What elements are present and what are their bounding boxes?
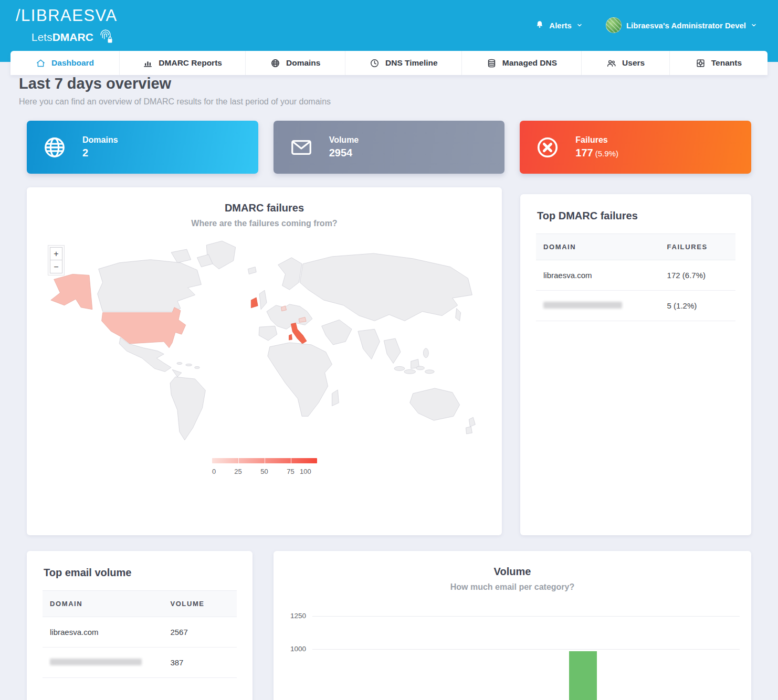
redacted-domain (543, 302, 622, 309)
logo-lets: Lets (31, 31, 52, 43)
stat-value: 2 (82, 147, 118, 159)
stat-value: 2954 (329, 147, 359, 159)
domain-cell-redacted (43, 648, 163, 678)
avatar (606, 17, 622, 33)
tab-domains[interactable]: Domains (245, 51, 345, 75)
tab-label: Domains (286, 58, 320, 68)
volume-chart-card: Volume How much email per category? 1250… (274, 551, 751, 700)
brand-logo: /LIBRAESVA LetsDMARC (16, 6, 118, 48)
bar-chart-icon (143, 58, 153, 68)
failures-cell: 172 (6.7%) (660, 260, 735, 291)
stat-label: Volume (329, 135, 359, 145)
chevron-down-icon (751, 22, 757, 28)
stat-card-domains[interactable]: Domains 2 (27, 121, 258, 174)
domain-cell: libraesva.com (43, 617, 163, 648)
top-email-volume-card: Top email volume DOMAIN VOLUME libraesva… (27, 551, 253, 700)
failures-cell: 5 (1.2%) (660, 291, 735, 321)
globe-icon (27, 135, 82, 160)
legend-gradient (212, 458, 317, 463)
redacted-domain (50, 659, 142, 665)
main-content: Last 7 days overview Here you can find a… (0, 75, 778, 700)
top-failures-table: DOMAIN FAILURES libraesva.com 172 (6.7%)… (536, 234, 735, 321)
tab-label: Managed DNS (502, 58, 557, 68)
top-volume-table: DOMAIN VOLUME libraesva.com 2567 387 (43, 590, 237, 678)
tab-label: Tenants (711, 58, 742, 68)
user-menu[interactable]: Libraesva's Administrator Devel (606, 17, 757, 33)
tab-dashboard[interactable]: Dashboard (10, 51, 119, 75)
gridline (312, 649, 740, 650)
column-header-domain: DOMAIN (43, 591, 163, 617)
fingerprint-icon (97, 26, 114, 48)
volume-bar[interactable] (569, 651, 597, 700)
tab-label: DMARC Reports (159, 58, 222, 68)
stat-label: Domains (82, 135, 118, 145)
map-zoom-controls: + − (48, 245, 65, 275)
top-volume-title: Top email volume (27, 551, 253, 590)
y-axis-tick: 1000 (276, 645, 306, 653)
tab-managed-dns[interactable]: Managed DNS (461, 51, 581, 75)
stat-value: 177(5.9%) (575, 147, 618, 159)
zoom-out-button[interactable]: − (50, 260, 62, 273)
table-row: 387 (43, 648, 237, 678)
table-row: 5 (1.2%) (536, 291, 735, 321)
clock-icon (370, 58, 380, 68)
zoom-in-button[interactable]: + (50, 247, 62, 260)
map-container: + − (27, 236, 502, 461)
alerts-menu[interactable]: Alerts (535, 20, 583, 31)
tab-label: Dashboard (51, 58, 94, 68)
alerts-label: Alerts (549, 21, 572, 30)
page-subtitle: Here you can find an overview of DMARC r… (19, 97, 759, 107)
volume-chart-subtitle: How much email per category? (274, 582, 751, 592)
table-row: libraesva.com 2567 (43, 617, 237, 648)
column-header-volume: VOLUME (163, 591, 237, 617)
table-row: libraesva.com 172 (6.7%) (536, 260, 735, 291)
stat-percent: (5.9%) (595, 149, 618, 158)
users-icon (606, 58, 616, 68)
logo-dmarc: DMARC (52, 31, 93, 43)
libraesva-logo-text: /LIBRAESVA (16, 6, 118, 25)
stats-row: Domains 2 Volume 2954 Failures 177(5.9%) (27, 121, 751, 174)
y-axis-tick: 1250 (276, 612, 306, 620)
globe-icon (270, 58, 280, 68)
tab-tenants[interactable]: Tenants (669, 51, 768, 75)
top-failures-title: Top DMARC failures (520, 194, 751, 234)
tab-label: DNS Timeline (385, 58, 438, 68)
map-card-title: DMARC failures (27, 187, 502, 214)
tab-label: Users (622, 58, 645, 68)
gridline (312, 616, 740, 617)
home-icon (36, 58, 46, 68)
map-legend: 0 25 50 75 100 (212, 458, 317, 477)
tab-dmarc-reports[interactable]: DMARC Reports (119, 51, 245, 75)
domain-cell: libraesva.com (536, 260, 660, 291)
map-card-subtitle: Where are the failures coming from? (27, 219, 502, 228)
stat-label: Failures (575, 135, 618, 145)
page-title: Last 7 days overview (19, 75, 759, 92)
chevron-down-icon (576, 22, 583, 28)
volume-cell: 387 (163, 648, 237, 678)
column-header-domain: DOMAIN (536, 234, 660, 260)
world-map[interactable] (41, 236, 488, 446)
main-nav: Dashboard DMARC Reports Domains DNS Time… (10, 51, 768, 75)
volume-cell: 2567 (163, 617, 237, 648)
database-icon (487, 58, 497, 68)
envelope-icon (274, 135, 329, 160)
column-header-failures: FAILURES (660, 234, 735, 260)
domain-cell-redacted (536, 291, 660, 321)
tab-dns-timeline[interactable]: DNS Timeline (345, 51, 461, 75)
top-dmarc-failures-card: Top DMARC failures DOMAIN FAILURES libra… (520, 194, 751, 535)
x-circle-icon (520, 135, 575, 160)
user-name: Libraesva's Administrator Devel (626, 21, 746, 30)
stat-card-volume[interactable]: Volume 2954 (274, 121, 505, 174)
legend-ticks: 0 25 50 75 100 (212, 468, 317, 477)
tenants-icon (696, 58, 706, 68)
dmarc-failures-map-card: DMARC failures Where are the failures co… (27, 187, 502, 535)
letsdmarc-logo: LetsDMARC (31, 26, 118, 48)
stat-card-failures[interactable]: Failures 177(5.9%) (520, 121, 751, 174)
tab-users[interactable]: Users (581, 51, 669, 75)
bell-icon (535, 20, 544, 31)
volume-chart-title: Volume (274, 551, 751, 578)
